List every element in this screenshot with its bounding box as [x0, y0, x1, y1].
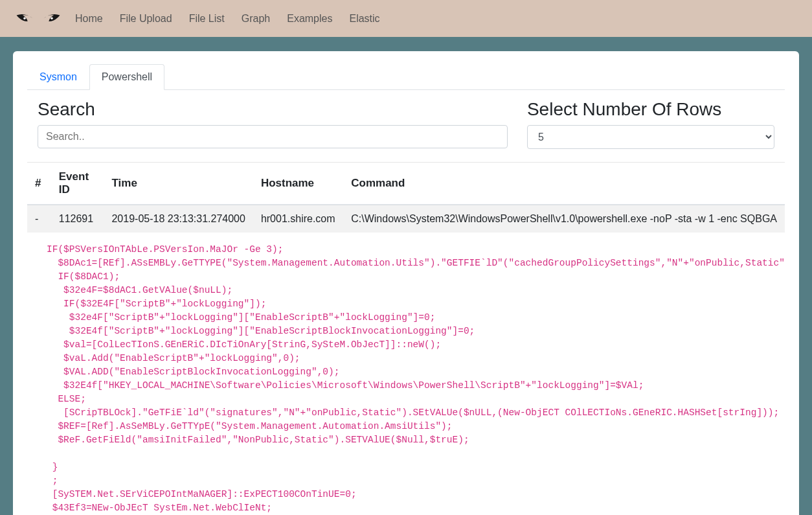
cell-idx: - [27, 205, 51, 233]
nav-file-list[interactable]: File List [186, 9, 227, 29]
tab-powershell[interactable]: Powershell [89, 64, 164, 90]
cell-time: 2019-05-18 23:13:31.274000 [104, 205, 253, 233]
rows-group: Select Number Of Rows 5 [527, 99, 774, 149]
nav-home[interactable]: Home [73, 9, 106, 29]
th-time[interactable]: Time [104, 163, 253, 205]
cell-event-id: 112691 [51, 205, 104, 233]
controls-row: Search Select Number Of Rows 5 [27, 97, 785, 158]
nav-graph[interactable]: Graph [239, 9, 273, 29]
search-group: Search [38, 99, 508, 149]
script-code-block: IF($PSVersIOnTAbLe.PSVersIon.MaJOr -Ge 3… [27, 233, 785, 515]
tab-sysmon[interactable]: Sysmon [27, 64, 89, 90]
svg-point-1 [51, 17, 52, 19]
nav-file-upload[interactable]: File Upload [117, 9, 175, 29]
table-header-row: # Event ID Time Hostname Command [27, 163, 785, 205]
results-table: # Event ID Time Hostname Command - 11269… [27, 162, 785, 233]
table-wrap: # Event ID Time Hostname Command - 11269… [27, 162, 785, 233]
cell-command: C:\Windows\System32\WindowsPowerShell\v1… [343, 205, 785, 233]
th-command[interactable]: Command [343, 163, 785, 205]
nav-elastic[interactable]: Elastic [346, 9, 382, 29]
th-event-id[interactable]: Event ID [51, 163, 104, 205]
th-hostname[interactable]: Hostname [253, 163, 343, 205]
th-idx[interactable]: # [27, 163, 51, 205]
logo-eyes-icon [16, 9, 61, 29]
main-card: Sysmon Powershell Search Select Number O… [13, 51, 799, 515]
rows-select[interactable]: 5 [527, 125, 774, 149]
cell-hostname: hr001.shire.com [253, 205, 343, 233]
rows-label: Select Number Of Rows [527, 99, 774, 120]
table-row[interactable]: - 112691 2019-05-18 23:13:31.274000 hr00… [27, 205, 785, 233]
search-input[interactable] [38, 125, 508, 148]
tab-bar: Sysmon Powershell [27, 64, 785, 90]
top-navbar: Home File Upload File List Graph Example… [0, 0, 812, 37]
svg-point-0 [23, 17, 25, 19]
search-label: Search [38, 99, 508, 120]
nav-examples[interactable]: Examples [284, 9, 335, 29]
